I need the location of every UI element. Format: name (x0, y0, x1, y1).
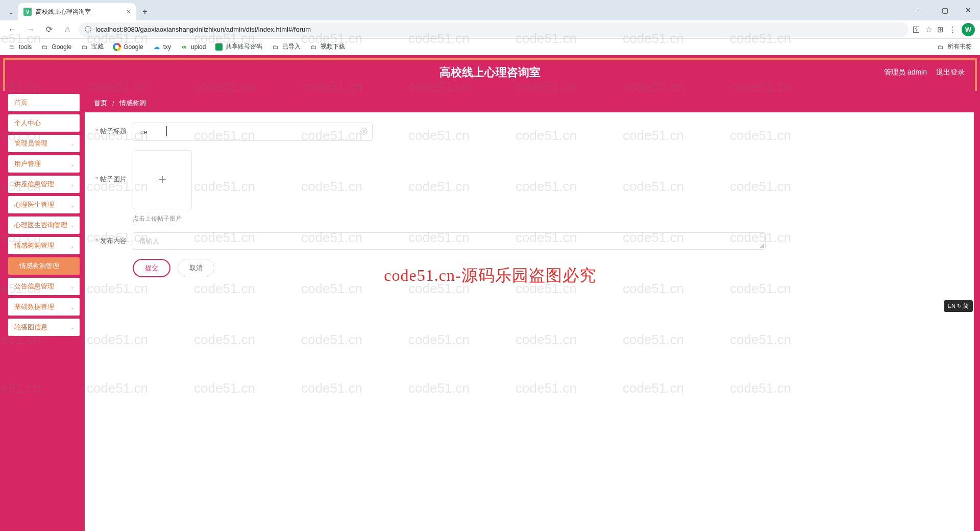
profile-avatar[interactable]: W (962, 23, 975, 36)
bookmark-uplod[interactable]: ∞uplod (177, 41, 209, 53)
logout-link[interactable]: 退出登录 (936, 68, 965, 77)
forward-button[interactable]: → (23, 22, 38, 37)
clear-input-icon[interactable]: ⓧ (360, 127, 368, 136)
sidebar-item-announce-mgmt[interactable]: 公告信息管理⌄ (8, 278, 80, 295)
breadcrumb: 首页 / 情感树洞 (85, 94, 974, 112)
menu-icon[interactable]: ⋮ (949, 25, 957, 34)
folder-icon: 🗀 (81, 43, 89, 51)
sidebar-item-base-data-mgmt[interactable]: 基础数据管理⌄ (8, 298, 80, 316)
extensions-icon[interactable]: ⊞ (937, 25, 944, 34)
sidebar-item-profile[interactable]: 个人中心 (8, 114, 80, 132)
upload-hint: 点击上传帖子图片 (133, 214, 192, 223)
sidebar-item-admin-mgmt[interactable]: 管理员管理⌄ (8, 135, 80, 152)
chevron-down-icon: ⌄ (70, 325, 75, 330)
home-button[interactable]: ⌂ (60, 22, 75, 37)
chevron-down-icon: ⌄ (70, 141, 75, 147)
folder-icon: 🗀 (41, 43, 49, 51)
bookmark-star-icon[interactable]: ☆ (925, 25, 932, 34)
sidebar-item-doctor-consult-mgmt[interactable]: 心理医生咨询管理⌄ (8, 216, 80, 234)
submit-button[interactable]: 提交 (133, 259, 170, 277)
app-body: 首页 个人中心 管理员管理⌄ 用户管理⌄ 讲座信息管理⌄ 心理医生管理⌄ 心理医… (3, 91, 977, 531)
post-content-textarea[interactable]: 请输入 (133, 232, 766, 250)
browser-tab[interactable]: V 高校线上心理咨询室 × (18, 3, 136, 20)
reload-button[interactable]: ⟳ (42, 22, 56, 37)
current-user[interactable]: 管理员 admin (884, 68, 927, 77)
chevron-down-icon: ⌄ (70, 202, 75, 208)
favicon-icon: V (23, 8, 32, 16)
bookmark-video-dl[interactable]: 🗀视频下载 (307, 40, 348, 53)
bookmarks-bar: 🗀tools 🗀Google 🗀宝藏 Google ☁txy ∞uplod 共享… (0, 39, 980, 55)
chevron-down-icon: ⌄ (70, 182, 75, 187)
upload-icon: ∞ (180, 43, 188, 51)
chevron-down-icon: ⌄ (70, 161, 75, 167)
bookmark-txy[interactable]: ☁txy (150, 41, 174, 53)
window-maximize[interactable]: ▢ (933, 2, 957, 18)
resize-handle-icon[interactable] (759, 243, 764, 248)
text-cursor (166, 126, 167, 136)
folder-icon: 🗀 (937, 43, 945, 51)
breadcrumb-sep: / (112, 100, 114, 107)
window-controls: — ▢ ✕ (910, 0, 980, 20)
folder-icon: 🗀 (8, 43, 16, 51)
bookmark-all[interactable]: 🗀所有书签 (934, 40, 975, 53)
new-tab-button[interactable]: + (138, 5, 152, 19)
google-icon (113, 43, 121, 51)
breadcrumb-home[interactable]: 首页 (94, 99, 107, 108)
tab-close-icon[interactable]: × (127, 8, 131, 16)
key-icon[interactable]: ⚿ (913, 25, 920, 34)
main-content: 首页 / 情感树洞 帖子标题 ⓧ 帖子图片 (85, 94, 974, 531)
chevron-down-icon: ⌄ (70, 284, 75, 289)
bookmark-treasure[interactable]: 🗀宝藏 (78, 40, 107, 53)
label-post-content: 发布内容 (94, 232, 127, 246)
bookmark-tools[interactable]: 🗀tools (5, 41, 35, 53)
chevron-down-icon: ⌄ (70, 223, 75, 228)
window-minimize[interactable]: — (910, 2, 933, 18)
browser-chrome: ⌄ V 高校线上心理咨询室 × + — ▢ ✕ ← → ⟳ ⌂ ⓘ localh… (0, 0, 980, 55)
bookmark-shared-pw[interactable]: 共享账号密码 (212, 40, 265, 53)
sidebar-item-carousel-mgmt[interactable]: 轮播图信息⌄ (8, 319, 80, 336)
cloud-icon: ☁ (153, 43, 161, 51)
bookmark-imported[interactable]: 🗀已导入 (268, 40, 304, 53)
url-input[interactable]: ⓘ localhost:8080/gaoxiaoxianshangxinlizh… (79, 22, 909, 37)
bookmark-google[interactable]: Google (110, 41, 146, 53)
address-bar: ← → ⟳ ⌂ ⓘ localhost:8080/gaoxiaoxianshan… (0, 20, 980, 39)
ime-indicator[interactable]: EN ↻ 简 (944, 300, 973, 312)
back-button[interactable]: ← (5, 22, 19, 37)
breadcrumb-current: 情感树洞 (119, 99, 146, 108)
bookmark-google-folder[interactable]: 🗀Google (38, 41, 75, 53)
form-area: 帖子标题 ⓧ 帖子图片 + 点击 (85, 112, 974, 287)
window-close[interactable]: ✕ (957, 2, 980, 18)
sidebar: 首页 个人中心 管理员管理⌄ 用户管理⌄ 讲座信息管理⌄ 心理医生管理⌄ 心理医… (3, 91, 85, 531)
image-uploader[interactable]: + (133, 150, 192, 209)
app-header: 高校线上心理咨询室 管理员 admin 退出登录 (5, 60, 975, 85)
cancel-button[interactable]: 取消 (178, 259, 214, 277)
sidebar-item-lecture-mgmt[interactable]: 讲座信息管理⌄ (8, 176, 80, 193)
tab-bar: ⌄ V 高校线上心理咨询室 × + — ▢ ✕ (0, 0, 980, 20)
address-bar-right: ⚿ ☆ ⊞ ⋮ W (913, 23, 975, 36)
url-text: localhost:8080/gaoxiaoxianshangxinlizhix… (95, 26, 311, 33)
sidebar-item-user-mgmt[interactable]: 用户管理⌄ (8, 155, 80, 173)
tab-title: 高校线上心理咨询室 (36, 8, 91, 16)
sheet-icon (215, 43, 223, 51)
folder-icon: 🗀 (310, 43, 318, 51)
sidebar-item-home[interactable]: 首页 (8, 94, 80, 111)
app-root: 高校线上心理咨询室 管理员 admin 退出登录 首页 个人中心 管理员管理⌄ … (0, 55, 980, 531)
app-title: 高校线上心理咨询室 (439, 65, 541, 80)
site-info-icon[interactable]: ⓘ (85, 25, 91, 34)
chevron-down-icon: ⌄ (70, 304, 75, 310)
label-post-image: 帖子图片 (94, 150, 127, 184)
tab-list-dropdown[interactable]: ⌄ (4, 4, 18, 20)
label-post-title: 帖子标题 (94, 123, 127, 136)
chevron-down-icon: ⌄ (70, 243, 75, 249)
sidebar-item-forum-parent[interactable]: 情感树洞管理⌄ (8, 237, 80, 254)
plus-icon: + (158, 172, 166, 188)
folder-icon: 🗀 (272, 43, 280, 51)
sidebar-item-forum-active[interactable]: 情感树洞管理 (8, 257, 80, 275)
post-title-input[interactable] (133, 123, 373, 141)
sidebar-item-doctor-mgmt[interactable]: 心理医生管理⌄ (8, 196, 80, 213)
